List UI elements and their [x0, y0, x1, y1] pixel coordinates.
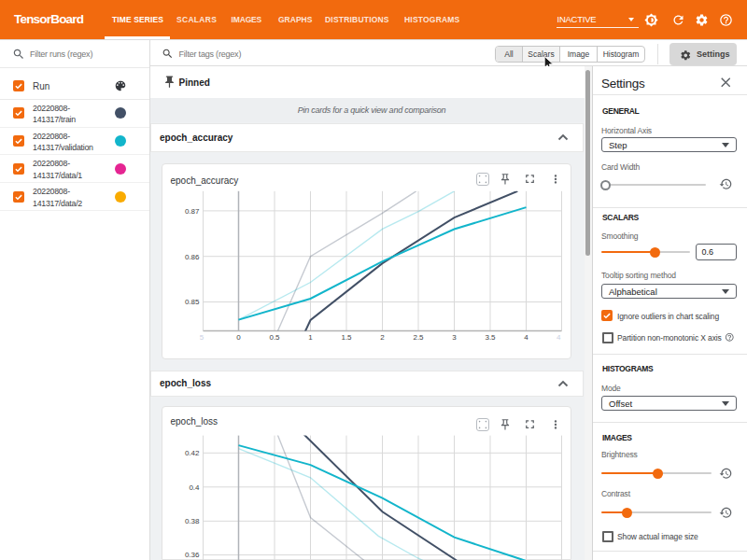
- svg-text:0.85: 0.85: [185, 298, 200, 306]
- svg-text:0.38: 0.38: [185, 517, 200, 525]
- svg-text:0.86: 0.86: [185, 253, 200, 261]
- svg-text:0.42: 0.42: [185, 449, 200, 457]
- svg-text:4: 4: [524, 333, 529, 342]
- svg-text:3: 3: [452, 333, 457, 342]
- svg-text:3.5: 3.5: [485, 333, 496, 342]
- svg-text:4: 4: [557, 333, 561, 342]
- svg-text:1: 1: [308, 333, 313, 342]
- svg-text:0.36: 0.36: [185, 551, 200, 559]
- svg-text:0.4: 0.4: [189, 483, 200, 492]
- svg-text:2.5: 2.5: [413, 333, 424, 342]
- svg-text:5: 5: [200, 333, 204, 342]
- svg-text:0.5: 0.5: [269, 333, 280, 342]
- svg-text:0.87: 0.87: [185, 207, 200, 216]
- svg-text:1.5: 1.5: [341, 333, 352, 342]
- svg-text:2: 2: [380, 333, 385, 342]
- svg-text:0: 0: [236, 333, 241, 342]
